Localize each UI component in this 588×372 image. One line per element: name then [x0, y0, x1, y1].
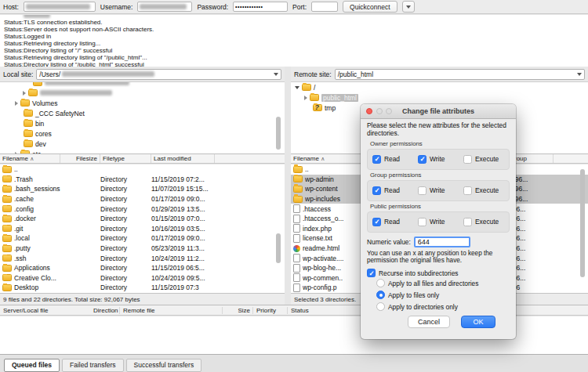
scrollbar-thumb[interactable]: [276, 117, 281, 150]
table-row[interactable]: .cacheDirectory01/17/2019 09:0...: [0, 194, 285, 204]
dialog-title-bar[interactable]: Change file attributes: [361, 104, 516, 119]
group-execute-checkbox[interactable]: [463, 186, 472, 195]
column-filesize[interactable]: Filesize: [60, 154, 100, 163]
password-value[interactable]: [235, 4, 285, 9]
expand-arrow-icon[interactable]: [304, 96, 307, 100]
tree-item-label: /: [314, 84, 315, 92]
table-row[interactable]: Creative Clo...Directory10/24/2019 09:5.…: [0, 273, 285, 284]
owner-execute-checkbox[interactable]: [463, 155, 472, 164]
table-row[interactable]: .gitDirectory10/16/2019 03:5...: [0, 224, 285, 234]
tree-item-public-html[interactable]: public_html: [291, 92, 588, 103]
owner-read-checkbox[interactable]: [372, 155, 381, 164]
folder-icon: [2, 255, 12, 262]
port-input[interactable]: [311, 2, 338, 12]
cancel-button[interactable]: Cancel: [408, 316, 450, 328]
tree-item-dev[interactable]: dev: [0, 139, 285, 149]
column-last-modified[interactable]: Last modified: [151, 154, 215, 163]
numeric-value-input[interactable]: [414, 237, 470, 247]
filename: .docker: [14, 215, 36, 222]
last-modified: 10/24/2019 09:5...: [151, 274, 285, 282]
apply-files-row[interactable]: Apply to files only: [376, 291, 510, 299]
apply-dirs-radio[interactable]: [376, 302, 385, 311]
password-input[interactable]: [233, 2, 288, 12]
tree-item-label: Volumes: [32, 99, 58, 107]
tree-item-bin[interactable]: bin: [0, 118, 285, 128]
column-filename[interactable]: Filenameᴧ: [0, 154, 60, 163]
group-write-checkbox[interactable]: [418, 186, 426, 195]
folder-icon: [2, 284, 12, 291]
chevron-down-icon[interactable]: [577, 73, 582, 76]
filename: Desktop: [14, 284, 38, 291]
table-row[interactable]: .localDirectory01/17/2019 09:0...: [0, 233, 285, 244]
remote-site-combo[interactable]: /public_html: [335, 69, 585, 80]
tab-queued-files[interactable]: Queued files: [4, 359, 60, 372]
column-priority[interactable]: Priority: [252, 307, 287, 314]
table-row[interactable]: DesktopDirectory11/15/2019 07:3: [0, 283, 285, 293]
group-read-checkbox[interactable]: [372, 186, 381, 195]
expand-arrow-icon[interactable]: [15, 101, 18, 106]
zoom-icon[interactable]: [386, 108, 392, 114]
local-site-combo[interactable]: /Users/: [36, 69, 281, 80]
tab-successful-transfers[interactable]: Successful transfers: [126, 359, 202, 372]
execute-label: Execute: [475, 186, 499, 194]
port-value[interactable]: [314, 3, 336, 11]
table-row[interactable]: .bash_sessionsDirectory11/07/2019 15:15.…: [0, 184, 285, 194]
recurse-label: Recurse into subdirectories: [379, 269, 458, 277]
table-row[interactable]: .dockerDirectory01/15/2019 07:0...: [0, 214, 285, 224]
folder-icon: [293, 186, 303, 193]
file-icon: [293, 273, 300, 282]
status-label: Status:: [0, 19, 24, 26]
public-write-checkbox[interactable]: [418, 218, 426, 226]
file-icon: [293, 224, 300, 233]
table-row[interactable]: .configDirectory01/29/2019 13:5...: [0, 204, 285, 214]
public-execute-checkbox[interactable]: [463, 218, 472, 226]
table-row[interactable]: ..: [0, 164, 285, 175]
owner-write-checkbox[interactable]: [418, 155, 426, 164]
tree-item-cores[interactable]: cores: [0, 128, 285, 139]
minimize-icon[interactable]: [376, 108, 383, 114]
tree-item-ccc-safetynet[interactable]: _CCC SafetyNet: [0, 108, 285, 118]
expand-arrow-icon[interactable]: [23, 91, 26, 96]
table-row[interactable]: ApplicationsDirectory11/15/2019 06:5...: [0, 263, 285, 273]
column-server-local-file[interactable]: Server/Local file: [0, 307, 93, 314]
tab-failed-transfers[interactable]: Failed transfers: [62, 359, 124, 372]
apply-all-row[interactable]: Apply to all files and directories: [376, 279, 510, 287]
local-tree[interactable]: Volumes _CCC SafetyNet bin cores dev etc: [0, 81, 285, 153]
public-read-checkbox[interactable]: [372, 218, 381, 226]
column-remote-file[interactable]: Remote file: [119, 307, 222, 314]
remote-status-text: Selected 3 directories.: [294, 296, 356, 303]
chevron-down-icon[interactable]: [274, 73, 278, 76]
tree-item-root[interactable]: /: [291, 82, 588, 92]
username-input[interactable]: [137, 2, 192, 12]
apply-all-radio[interactable]: [376, 279, 385, 287]
column-size[interactable]: Size: [222, 307, 252, 314]
last-modified: 11/15/2019 06:5...: [151, 264, 285, 272]
collapse-arrow-icon[interactable]: [295, 86, 299, 89]
last-modified: 01/17/2019 09:0...: [151, 195, 285, 203]
tree-item-volumes[interactable]: Volumes: [0, 98, 285, 108]
status-log[interactable]: Status:TLS connection established. Statu…: [0, 15, 588, 67]
recurse-row[interactable]: Recurse into subdirectories: [367, 269, 510, 277]
tree-item[interactable]: [0, 88, 285, 98]
quickconnect-button[interactable]: Quickconnect: [343, 1, 397, 13]
table-row[interactable]: .sshDirectory10/24/2019 11:2...: [0, 253, 285, 263]
scrollbar-thumb[interactable]: [276, 233, 281, 263]
tree-item-label: public_html: [321, 94, 358, 102]
recurse-checkbox[interactable]: [367, 269, 376, 277]
column-direction[interactable]: Direction: [93, 307, 119, 314]
table-row[interactable]: .puttyDirectory05/23/2019 11:3...: [0, 244, 285, 254]
status-label: Status:: [0, 33, 24, 40]
local-site-bar: Local site: /Users/: [0, 67, 285, 81]
apply-files-radio[interactable]: [376, 291, 385, 299]
quickconnect-dropdown-button[interactable]: [402, 1, 415, 13]
local-file-list[interactable]: .. .TrashDirectory11/15/2019 07:2... .ba…: [0, 164, 285, 293]
scrollbar-thumb[interactable]: [580, 169, 585, 277]
tree-item[interactable]: [0, 81, 285, 88]
remote-site-bar: Remote site: /public_html: [291, 67, 588, 81]
column-filetype[interactable]: Filetype: [100, 154, 151, 163]
host-input[interactable]: [24, 2, 96, 12]
apply-dirs-row[interactable]: Apply to directories only: [376, 302, 510, 311]
table-row[interactable]: .TrashDirectory11/15/2019 07:2...: [0, 175, 285, 185]
ok-button[interactable]: OK: [461, 316, 495, 328]
close-icon[interactable]: [366, 108, 372, 114]
